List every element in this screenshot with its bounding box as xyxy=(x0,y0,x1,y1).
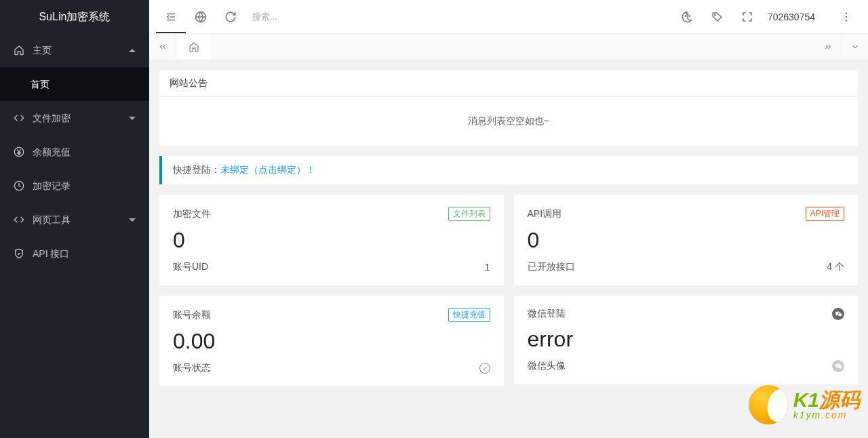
announcement-title: 网站公告 xyxy=(159,71,858,97)
uid-label: 账号UID xyxy=(173,261,208,273)
sidebar-item-balance-recharge[interactable]: 余额充值 xyxy=(0,135,149,169)
main-content: 网站公告 消息列表空空如也~ 快捷登陆：未绑定（点击绑定）！ 加密文件 文件列表… xyxy=(149,0,868,407)
chevron-down-icon xyxy=(129,117,136,120)
tabs-scroll-right[interactable] xyxy=(814,34,841,60)
card-title: API调用 xyxy=(528,208,562,220)
clock-icon xyxy=(14,180,24,191)
shield-icon xyxy=(14,248,24,259)
sidebar-item-label: 主页 xyxy=(33,33,52,67)
wechat-icon[interactable] xyxy=(832,308,844,320)
announcement-card: 网站公告 消息列表空空如也~ xyxy=(159,71,858,146)
tabs-menu-button[interactable] xyxy=(841,34,868,60)
svg-point-9 xyxy=(689,15,690,16)
card-title: 微信登陆 xyxy=(528,308,566,320)
sidebar-item-label: API 接口 xyxy=(33,237,69,271)
announcement-empty: 消息列表空空如也~ xyxy=(170,107,848,136)
sidebar: SuLin加密系统 主页 首页 文件加密 xyxy=(0,0,149,407)
balance-value: 0.00 xyxy=(173,329,490,354)
card-balance: 账号余额 快捷充值 0.00 账号状态 ✓ xyxy=(159,296,504,386)
quick-login-prefix: 快捷登陆： xyxy=(173,164,220,175)
tab-home[interactable] xyxy=(176,34,212,60)
card-title: 账号余额 xyxy=(173,309,211,321)
wechat-value: error xyxy=(528,327,845,352)
theme-icon[interactable] xyxy=(673,0,703,33)
sidebar-item-home-index[interactable]: 首页 xyxy=(0,67,149,101)
quick-recharge-button[interactable]: 快捷充值 xyxy=(448,308,490,322)
refresh-button[interactable] xyxy=(216,0,245,33)
home-icon xyxy=(189,41,199,52)
more-menu-button[interactable] xyxy=(831,0,861,33)
chevron-down-icon xyxy=(819,15,826,18)
file-list-button[interactable]: 文件列表 xyxy=(448,207,490,221)
card-wechat: 微信登陆 error 微信头像 xyxy=(514,296,859,384)
yen-icon xyxy=(14,146,24,157)
sidebar-item-file-encrypt[interactable]: 文件加密 xyxy=(0,101,149,135)
user-id-label: 702630754 xyxy=(768,12,815,22)
tag-icon[interactable] xyxy=(703,0,732,33)
api-call-value: 0 xyxy=(528,228,845,253)
sidebar-item-label: 首页 xyxy=(31,67,50,101)
code-icon xyxy=(14,113,24,123)
quick-login-bind-link[interactable]: 未绑定（点击绑定）！ xyxy=(220,164,315,175)
search-input[interactable] xyxy=(245,6,381,27)
card-api-calls: API调用 API管理 0 已开放接口 4 个 xyxy=(514,195,859,285)
card-encrypt-files: 加密文件 文件列表 0 账号UID 1 xyxy=(159,195,504,285)
tabs-scroll-left[interactable] xyxy=(149,34,176,60)
wechat-avatar-label: 微信头像 xyxy=(528,360,566,372)
uid-value: 1 xyxy=(485,262,490,273)
card-title: 加密文件 xyxy=(173,208,211,220)
svg-point-11 xyxy=(846,12,847,14)
svg-point-12 xyxy=(846,16,847,17)
collapse-sidebar-button[interactable] xyxy=(156,0,186,33)
svg-point-7 xyxy=(685,15,686,16)
home-icon xyxy=(14,45,24,56)
svg-point-8 xyxy=(687,14,688,15)
sidebar-item-label: 余额充值 xyxy=(33,135,71,169)
check-circle-icon: ✓ xyxy=(479,363,490,374)
sidebar-item-label: 网页工具 xyxy=(33,203,71,237)
chevron-down-icon xyxy=(129,218,136,222)
account-status-label: 账号状态 xyxy=(173,362,211,374)
code-icon xyxy=(14,214,24,225)
open-api-label: 已开放接口 xyxy=(528,261,575,273)
sidebar-item-encrypt-log[interactable]: 加密记录 xyxy=(0,169,149,203)
fullscreen-button[interactable] xyxy=(732,0,762,33)
quick-login-notice: 快捷登陆：未绑定（点击绑定）！ xyxy=(159,156,858,184)
open-api-value: 4 个 xyxy=(827,261,844,273)
sidebar-item-home[interactable]: 主页 xyxy=(0,33,149,67)
api-manage-button[interactable]: API管理 xyxy=(806,207,844,221)
top-header: 702630754 xyxy=(149,0,868,33)
sidebar-item-web-tools[interactable]: 网页工具 xyxy=(0,203,149,237)
sidebar-item-label: 文件加密 xyxy=(33,101,71,135)
globe-icon[interactable] xyxy=(186,0,216,33)
wechat-icon xyxy=(832,360,844,372)
svg-point-13 xyxy=(846,20,847,21)
encrypt-count-value: 0 xyxy=(173,228,490,253)
sidebar-item-api[interactable]: API 接口 xyxy=(0,237,149,271)
tab-bar xyxy=(149,33,868,60)
app-title: SuLin加密系统 xyxy=(0,0,149,33)
chevron-up-icon xyxy=(129,49,136,52)
svg-point-10 xyxy=(714,14,715,16)
sidebar-item-label: 加密记录 xyxy=(33,169,71,203)
user-menu[interactable]: 702630754 xyxy=(762,12,831,22)
